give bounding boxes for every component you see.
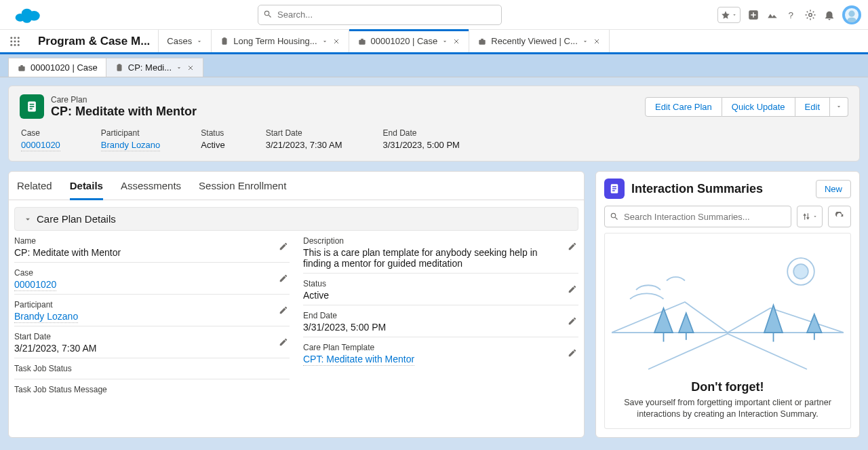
svg-point-15 (18, 40, 20, 42)
help-button[interactable]: ? (785, 9, 797, 21)
svg-marker-46 (807, 314, 822, 333)
close-icon[interactable] (452, 37, 460, 45)
add-button[interactable] (747, 9, 760, 21)
svg-rect-27 (117, 64, 121, 71)
field-label: Case (14, 268, 290, 278)
care-plan-template-link[interactable]: CPT: Meditate with Mentor (303, 354, 414, 366)
workspace-tab-care-plan[interactable]: CP: Medi... (106, 58, 203, 77)
field-participant: Participant Brandy Lozano (14, 295, 290, 326)
tab-details[interactable]: Details (70, 180, 103, 200)
edit-button[interactable]: Edit (795, 97, 830, 117)
close-icon[interactable] (332, 37, 340, 45)
waffle-icon (9, 35, 21, 48)
workspace-tabs: 00001020 | Case CP: Medi... (0, 54, 868, 77)
pencil-icon[interactable] (568, 316, 577, 326)
chevron-down-icon (23, 214, 33, 224)
field-case: Case 00001020 (14, 263, 290, 295)
more-actions-button[interactable] (830, 97, 848, 117)
global-search-input[interactable] (258, 5, 502, 25)
field-end-date: End Date 3/31/2023, 5:00 PM (303, 305, 578, 337)
interaction-summaries-search-input[interactable] (604, 206, 791, 227)
gear-icon (804, 9, 816, 21)
svg-rect-32 (30, 109, 33, 110)
field-value: 3/31/2023, 5:00 PM (382, 140, 459, 150)
field-description: Description This is a care plan template… (303, 231, 578, 274)
pencil-icon[interactable] (568, 348, 577, 358)
pencil-icon[interactable] (279, 242, 288, 251)
bell-icon (823, 9, 835, 21)
sort-button[interactable] (797, 206, 823, 227)
new-interaction-summary-button[interactable]: New (816, 180, 851, 198)
close-icon[interactable] (186, 64, 195, 72)
svg-point-11 (14, 37, 16, 39)
nav-tab-label: Recently Viewed | C... (491, 36, 577, 46)
case-link[interactable]: 00001020 (21, 140, 60, 151)
field-value: 3/31/2023, 5:00 PM (303, 322, 578, 333)
svg-point-6 (809, 13, 812, 16)
empty-state: Don't forget! Save yourself from forgett… (604, 233, 851, 429)
pencil-icon[interactable] (568, 242, 577, 251)
refresh-button[interactable] (828, 206, 851, 227)
briefcase-icon (17, 63, 26, 73)
case-link[interactable]: 00001020 (14, 279, 56, 291)
tab-session-enrollment[interactable]: Session Enrollment (199, 180, 286, 200)
svg-point-18 (18, 43, 20, 45)
hl-field-participant: Participant Brandy Lozano (101, 128, 160, 150)
hl-field-case: Case 00001020 (21, 128, 60, 150)
nav-tab-recently-viewed[interactable]: Recently Viewed | C... (469, 30, 609, 52)
tab-assessments[interactable]: Assessments (121, 180, 181, 200)
nav-tab-long-term-housing[interactable]: Long Term Housing... (212, 30, 349, 52)
tab-related[interactable]: Related (17, 180, 52, 200)
header-actions: ? (717, 5, 861, 24)
notifications-button[interactable] (823, 9, 835, 21)
nav-tab-cases[interactable]: Cases (159, 30, 212, 52)
svg-marker-42 (679, 313, 694, 333)
workspace-tab-case[interactable]: 00001020 | Case (8, 58, 106, 77)
chevron-down-icon[interactable] (582, 38, 589, 45)
nav-tab-case-00001020[interactable]: 00001020 | Case (349, 30, 470, 52)
field-label: Description (303, 236, 578, 246)
trailhead-button[interactable] (766, 9, 778, 21)
favorites-button[interactable] (717, 7, 741, 23)
chevron-down-icon[interactable] (196, 38, 203, 45)
page-body: Care Plan CP: Meditate with Mentor Edit … (0, 77, 868, 450)
highlights-panel: Care Plan CP: Meditate with Mentor Edit … (8, 86, 860, 162)
svg-rect-30 (30, 104, 35, 105)
svg-rect-36 (612, 190, 615, 191)
field-label: Participant (14, 300, 290, 310)
edit-care-plan-button[interactable]: Edit Care Plan (645, 97, 722, 117)
chevron-down-icon[interactable] (441, 38, 448, 45)
participant-link[interactable]: Brandy Lozano (14, 311, 78, 323)
close-icon[interactable] (593, 37, 601, 45)
interaction-summaries-icon (604, 179, 625, 199)
chevron-down-icon[interactable] (176, 64, 182, 71)
app-launcher[interactable] (0, 30, 30, 52)
svg-rect-26 (20, 64, 23, 66)
pencil-icon[interactable] (279, 305, 288, 315)
svg-marker-44 (764, 305, 783, 333)
field-value: 3/21/2023, 7:30 AM (14, 343, 290, 354)
hl-field-end-date: End Date 3/31/2023, 5:00 PM (382, 128, 459, 150)
field-name: Name CP: Meditate with Mentor (14, 231, 290, 263)
field-label: Task Job Status (14, 364, 290, 373)
global-search (258, 5, 502, 25)
chevron-down-icon[interactable] (321, 38, 328, 45)
participant-link[interactable]: Brandy Lozano (101, 140, 160, 151)
pencil-icon[interactable] (279, 274, 288, 283)
svg-point-17 (14, 43, 16, 45)
search-icon (610, 212, 619, 221)
field-value: Active (303, 290, 578, 301)
field-label: Status (201, 128, 224, 138)
setup-button[interactable] (804, 9, 816, 21)
pencil-icon[interactable] (279, 337, 288, 347)
section-care-plan-details[interactable]: Care Plan Details (14, 207, 578, 231)
avatar[interactable] (842, 5, 861, 24)
svg-point-12 (18, 37, 20, 39)
pencil-icon[interactable] (568, 284, 577, 294)
field-label: Care Plan Template (303, 343, 578, 352)
chevron-down-icon (835, 103, 842, 110)
navigation-bar: Program & Case M... Cases Long Term Hous… (0, 30, 868, 54)
trailhead-icon (766, 9, 778, 21)
quick-update-button[interactable]: Quick Update (722, 97, 795, 117)
plus-icon (747, 9, 760, 21)
